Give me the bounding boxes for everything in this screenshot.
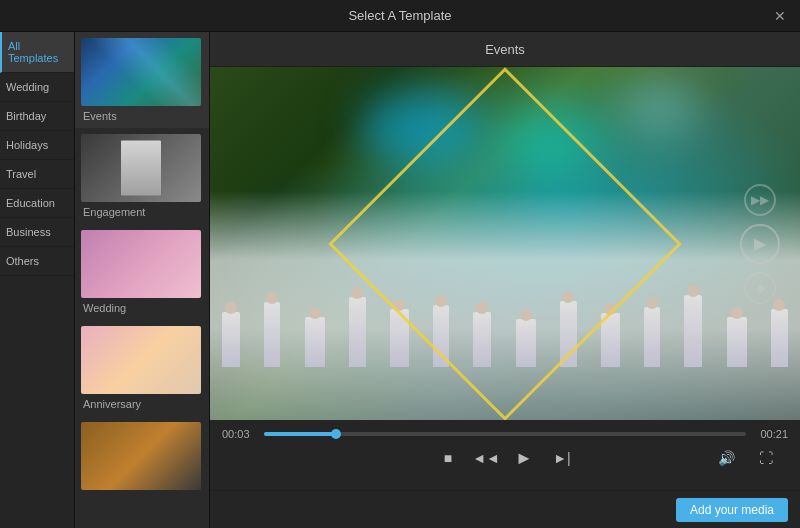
- overlay-skip-forward[interactable]: ▶▶: [744, 184, 776, 216]
- person-4: [349, 297, 366, 367]
- sidebar-item-travel[interactable]: Travel: [0, 160, 74, 189]
- overlay-play-btn[interactable]: ▶: [740, 224, 780, 264]
- sidebar-item-business[interactable]: Business: [0, 218, 74, 247]
- bottom-row: Add your media: [210, 490, 800, 528]
- person-1: [222, 312, 240, 367]
- skip-back-icon: ◆: [756, 281, 765, 295]
- smoke-light: [620, 77, 700, 137]
- template-item-engagement[interactable]: Engagement: [75, 128, 209, 224]
- template-item-wedding[interactable]: Wedding: [75, 224, 209, 320]
- buttons-row: ■ ◄◄ ► ►| 🔊 ⛶: [222, 446, 788, 470]
- template-item-last[interactable]: [75, 416, 209, 500]
- template-thumb-events: [81, 38, 201, 106]
- skip-icon: ▶▶: [751, 193, 769, 207]
- volume-button[interactable]: 🔊: [714, 446, 738, 470]
- template-thumb-last: [81, 422, 201, 490]
- progress-handle[interactable]: [331, 429, 341, 439]
- main-content: All Templates Wedding Birthday Holidays …: [0, 32, 800, 528]
- current-time: 00:03: [222, 428, 254, 440]
- person-14: [771, 309, 788, 367]
- template-label-events: Events: [81, 110, 203, 122]
- sidebar-item-others[interactable]: Others: [0, 247, 74, 276]
- preview-panel: Events: [210, 32, 800, 528]
- overlay-skip-back[interactable]: ◆: [744, 272, 776, 304]
- sidebar-item-birthday[interactable]: Birthday: [0, 102, 74, 131]
- rewind-icon: ◄◄: [472, 450, 500, 466]
- rewind-button[interactable]: ◄◄: [474, 446, 498, 470]
- sidebar: All Templates Wedding Birthday Holidays …: [0, 32, 75, 528]
- person-12: [684, 295, 702, 367]
- play-overlay-right: ▶▶ ▶ ◆: [740, 184, 780, 304]
- volume-area: 🔊: [714, 446, 738, 470]
- template-label-wedding: Wedding: [81, 302, 203, 314]
- person-11: [644, 307, 660, 367]
- progress-fill: [264, 432, 336, 436]
- template-thumb-anniversary: [81, 326, 201, 394]
- preview-header: Events: [210, 32, 800, 67]
- preview-video-area[interactable]: ▶▶ ▶ ◆: [210, 67, 800, 420]
- controls-bar: 00:03 00:21 ■ ◄◄ ► ►| 🔊: [210, 420, 800, 490]
- progress-bar[interactable]: [264, 432, 746, 436]
- template-label-anniversary: Anniversary: [81, 398, 203, 410]
- close-button[interactable]: ✕: [770, 6, 790, 26]
- person-13: [727, 317, 747, 367]
- sidebar-item-education[interactable]: Education: [0, 189, 74, 218]
- person-2: [264, 302, 280, 367]
- title-bar: Select A Template ✕: [0, 0, 800, 32]
- template-list: Events Engagement Wedding Anniversary: [75, 32, 210, 528]
- sidebar-item-holidays[interactable]: Holidays: [0, 131, 74, 160]
- template-thumb-engagement: [81, 134, 201, 202]
- template-item-events[interactable]: Events: [75, 32, 209, 128]
- template-label-engagement: Engagement: [81, 206, 203, 218]
- sidebar-item-wedding[interactable]: Wedding: [0, 73, 74, 102]
- sidebar-item-all-templates[interactable]: All Templates: [0, 32, 74, 73]
- preview-title: Events: [485, 42, 525, 57]
- template-thumb-wedding: [81, 230, 201, 298]
- forward-icon: ►|: [553, 450, 571, 466]
- play-button[interactable]: ►: [512, 446, 536, 470]
- progress-row: 00:03 00:21: [222, 428, 788, 440]
- person-3: [305, 317, 325, 367]
- overlay-play-icon: ▶: [754, 234, 766, 253]
- stop-button[interactable]: ■: [436, 446, 460, 470]
- template-item-anniversary[interactable]: Anniversary: [75, 320, 209, 416]
- forward-button[interactable]: ►|: [550, 446, 574, 470]
- dialog-title: Select A Template: [348, 8, 451, 23]
- fullscreen-button[interactable]: ⛶: [754, 446, 778, 470]
- add-media-button[interactable]: Add your media: [676, 498, 788, 522]
- total-time: 00:21: [756, 428, 788, 440]
